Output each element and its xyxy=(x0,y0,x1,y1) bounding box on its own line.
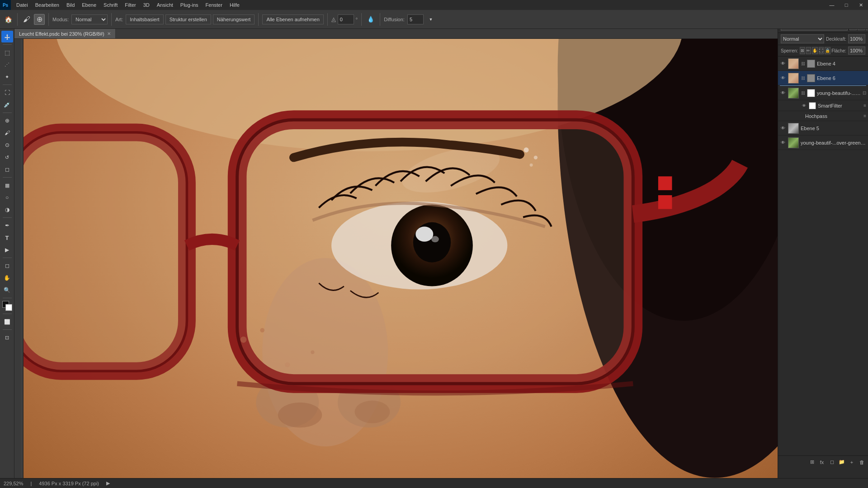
menu-hilfe[interactable]: Hilfe xyxy=(226,1,243,9)
magic-wand-tool[interactable]: ✦ xyxy=(1,71,13,83)
menu-plugins[interactable]: Plug-ins xyxy=(177,1,202,9)
layer-row-ebene4[interactable]: 👁 ⛓ Ebene 4 xyxy=(778,56,868,71)
layer-row-young-orig[interactable]: 👁 young-beautif-...over-green-wall xyxy=(778,136,868,150)
brush-tool-btn[interactable]: 🖌 xyxy=(21,14,32,25)
photo-svg xyxy=(24,38,778,478)
hand-tool[interactable]: ✋ xyxy=(1,272,13,284)
shape-tool[interactable]: ◻ xyxy=(1,260,13,272)
diffusion-down-btn[interactable]: ▼ xyxy=(425,14,436,25)
tool-sep-7 xyxy=(3,298,12,298)
quick-mask-btn[interactable]: ⬜ xyxy=(1,316,13,328)
clone-tool[interactable]: ⊙ xyxy=(1,139,13,151)
screen-mode-btn[interactable]: ⊡ xyxy=(1,332,13,343)
svg-point-90 xyxy=(415,227,433,242)
crop-tool[interactable]: ⛶ xyxy=(1,87,13,99)
document-tab[interactable]: Leucht Effekt.psdc bei 230% (RGB/8#) ✕ xyxy=(14,29,116,38)
fill-input[interactable] xyxy=(848,47,865,55)
hochpass-row[interactable]: Hochpass ≡ xyxy=(778,111,868,121)
layer-eye-ebene6[interactable]: 👁 xyxy=(780,75,786,81)
lock-move-icon[interactable]: ✋ xyxy=(812,47,818,54)
path-selection-tool[interactable]: ▶ xyxy=(1,244,13,256)
opacity-input[interactable] xyxy=(848,34,865,43)
menu-ebene[interactable]: Ebene xyxy=(78,1,100,9)
menu-bearbeiten[interactable]: Bearbeiten xyxy=(32,1,63,9)
layer-name-ebene4: Ebene 4 xyxy=(817,61,866,66)
zoom-tool[interactable]: 🔍 xyxy=(1,284,13,296)
layer-row-ebene6[interactable]: 👁 ⛓ Ebene 6 xyxy=(778,71,868,85)
lock-pixel-icon[interactable]: ✏ xyxy=(806,47,811,54)
menu-filter[interactable]: Filter xyxy=(121,1,139,9)
svg-point-100 xyxy=(355,401,390,423)
eyedropper-tool[interactable]: 💉 xyxy=(1,99,13,111)
canvas-area[interactable]: 2340 2360 2380 2400 2420 2440 2460 2480 … xyxy=(14,29,778,478)
naherungswert-btn[interactable]: Näherungswert xyxy=(213,14,255,24)
text-tool[interactable]: T xyxy=(1,232,13,244)
menu-3d[interactable]: 3D xyxy=(140,1,153,9)
layer-eye-smartfilter[interactable]: 👁 xyxy=(801,103,807,109)
close-btn[interactable]: ✕ xyxy=(854,0,868,10)
all-layers-btn[interactable]: Alle Ebenen aufnehmen xyxy=(262,14,323,24)
background-color[interactable] xyxy=(5,304,12,311)
healing-tool[interactable]: ⊕ xyxy=(1,115,13,127)
struktur-btn[interactable]: Struktur erstellen xyxy=(165,14,211,24)
maximize-btn[interactable]: □ xyxy=(839,0,854,10)
menu-fenster[interactable]: Fenster xyxy=(202,1,226,9)
dropper-icon-btn[interactable]: 💧 xyxy=(365,14,376,25)
diffusion-input[interactable] xyxy=(407,14,424,24)
nav-arrow[interactable]: ▶ xyxy=(106,480,110,486)
layer-blend-select[interactable]: Normal xyxy=(781,34,824,43)
gradient-tool[interactable]: ▦ xyxy=(1,179,13,191)
angle-icon: ◬ xyxy=(331,16,336,23)
fx-btn[interactable]: fx xyxy=(817,458,826,467)
history-brush-tool[interactable]: ↺ xyxy=(1,151,13,163)
delete-layer-btn[interactable]: 🗑 xyxy=(857,458,866,467)
eraser-tool[interactable]: ◻ xyxy=(1,164,13,175)
flache-label: Fläche: xyxy=(831,48,846,53)
tab-close-btn[interactable]: ✕ xyxy=(107,31,111,36)
add-mask-btn[interactable]: ◻ xyxy=(827,458,836,467)
healing-brush-btn[interactable]: ⊕ xyxy=(34,14,45,25)
menu-ansicht[interactable]: Ansicht xyxy=(153,1,177,9)
inhaltsbasiert-btn[interactable]: Inhaltsbasiert xyxy=(126,14,163,24)
smart-filter-row[interactable]: 👁 SmartFilter ≡ xyxy=(778,100,868,111)
photo-canvas[interactable] xyxy=(24,38,778,478)
layer-eye-young-kopie[interactable]: 👁 xyxy=(780,90,786,96)
pen-tool[interactable]: ✒ xyxy=(1,220,13,231)
menu-schrift[interactable]: Schrift xyxy=(100,1,121,9)
blend-mode-select[interactable]: Normal xyxy=(71,14,108,24)
new-layer-btn[interactable]: + xyxy=(847,458,856,467)
new-group-btn[interactable]: 📁 xyxy=(837,458,846,467)
menu-bild[interactable]: Bild xyxy=(63,1,78,9)
move-tool[interactable] xyxy=(1,31,13,42)
layer-actions-bar: ⊞ fx ◻ 📁 + 🗑 xyxy=(778,455,868,468)
layer-comp-btn[interactable]: ⊞ xyxy=(807,458,816,467)
lock-artboard-icon[interactable]: ⛶ xyxy=(819,47,824,54)
svg-rect-85 xyxy=(658,195,672,209)
marquee-tool[interactable]: ⬚ xyxy=(1,47,13,58)
blur-tool[interactable]: ○ xyxy=(1,192,13,203)
lock-all-icon[interactable]: 🔒 xyxy=(825,47,830,54)
layer-thumb-young-orig xyxy=(788,137,799,148)
color-picker[interactable] xyxy=(2,301,12,311)
layer-mask-ebene4 xyxy=(807,60,815,68)
hochpass-options-icon[interactable]: ≡ xyxy=(863,113,866,118)
layer-eye-young-orig[interactable]: 👁 xyxy=(780,140,786,146)
home-btn[interactable]: 🏠 xyxy=(3,14,14,25)
separator-1 xyxy=(17,13,18,26)
layer-eye-ebene4[interactable]: 👁 xyxy=(780,61,786,67)
menu-datei[interactable]: Datei xyxy=(13,1,32,9)
lock-pos-icon[interactable]: ⊠ xyxy=(800,47,805,54)
layer-row-young-kopie[interactable]: 👁 ⛓ young-beautifu-...een-wall Kopie ⊡ xyxy=(778,86,868,100)
brush-tool[interactable]: 🖌 xyxy=(1,127,13,139)
smart-filter-options-icon[interactable]: ≡ xyxy=(863,103,866,108)
layer-link-ebene6: ⛓ xyxy=(801,76,805,80)
minimize-btn[interactable]: — xyxy=(825,0,839,10)
dodge-tool[interactable]: ◑ xyxy=(1,204,13,216)
layers-list: 👁 ⛓ Ebene 4 👁 ⛓ Ebene 6 👁 ⛓ xyxy=(778,56,868,478)
layer-eye-ebene5[interactable]: 👁 xyxy=(780,125,786,131)
angle-input[interactable] xyxy=(338,14,354,24)
lasso-tool[interactable]: ⋰ xyxy=(1,59,13,70)
separator-6 xyxy=(361,13,362,26)
tools-panel: ⬚ ⋰ ✦ ⛶ 💉 ⊕ 🖌 ⊙ ↺ ◻ ▦ ○ ◑ ✒ T ▶ ◻ ✋ 🔍 ⬜ … xyxy=(0,29,14,478)
layer-row-ebene5[interactable]: 👁 Ebene 5 xyxy=(778,121,868,136)
